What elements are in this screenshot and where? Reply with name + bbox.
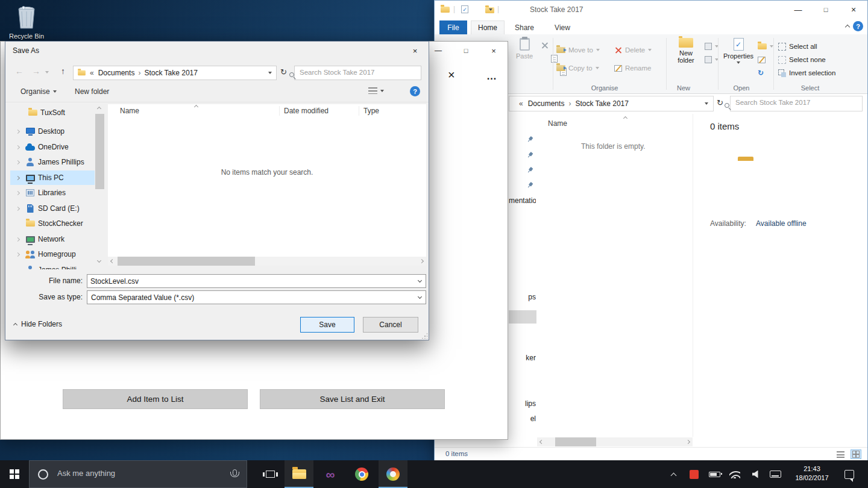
- column-header-name[interactable]: Name: [120, 107, 139, 115]
- save-as-type-combo[interactable]: Comma Separated Value (*.csv): [87, 290, 426, 304]
- save-button[interactable]: Save: [300, 317, 354, 333]
- column-separator[interactable]: [359, 106, 359, 116]
- cancel-button[interactable]: Cancel: [363, 317, 418, 333]
- column-header-type[interactable]: Type: [363, 107, 379, 115]
- rename-button[interactable]: Rename: [614, 62, 651, 74]
- hide-folders-button[interactable]: Hide Folders: [14, 320, 62, 328]
- sidebar-item-desktop[interactable]: Desktop: [10, 124, 95, 139]
- paste-button[interactable]: Paste: [510, 38, 539, 60]
- battery-button[interactable]: [705, 460, 723, 488]
- up-icon[interactable]: ↑: [61, 66, 65, 76]
- taskbar-chrome[interactable]: [347, 460, 376, 488]
- expander-icon[interactable]: [16, 206, 20, 210]
- properties-button[interactable]: ✓ Properties: [722, 38, 755, 64]
- expander-icon[interactable]: [16, 160, 20, 164]
- address-dropdown-icon[interactable]: [705, 102, 708, 105]
- history-button[interactable]: ↻: [758, 67, 764, 79]
- nav-item-fragment[interactable]: el: [509, 414, 536, 423]
- tray-app-button[interactable]: [686, 460, 702, 488]
- breadcrumb-stock-take-2017[interactable]: Stock Take 2017: [144, 69, 198, 77]
- help-icon[interactable]: ?: [853, 21, 863, 31]
- views-button[interactable]: [368, 87, 384, 94]
- sidebar-item-tuxsoft[interactable]: TuxSoft: [10, 105, 95, 120]
- recent-locations-caret-icon[interactable]: [45, 71, 49, 74]
- expander-icon[interactable]: [16, 145, 20, 149]
- keyboard-button[interactable]: [766, 460, 784, 488]
- microphone-icon[interactable]: [233, 469, 237, 476]
- search-box[interactable]: [730, 96, 863, 111]
- save-list-exit-button[interactable]: Save List and Exit: [260, 389, 445, 409]
- address-bar[interactable]: « Documents › Stock Take 2017: [73, 66, 277, 80]
- thumbnail-view-toggle[interactable]: [851, 449, 861, 459]
- app-more-icon[interactable]: …: [486, 70, 497, 83]
- expander-icon[interactable]: [16, 252, 20, 256]
- sidebar-item-this-pc[interactable]: This PC: [10, 170, 95, 185]
- horizontal-scrollbar[interactable]: [537, 437, 693, 446]
- nav-item-fragment[interactable]: lips: [509, 399, 536, 408]
- combo-dropdown-button[interactable]: [414, 275, 426, 287]
- column-separator[interactable]: [279, 106, 280, 116]
- sidebar-item-james-phillips[interactable]: James Phillips: [10, 155, 95, 169]
- delete-button[interactable]: Delete: [614, 44, 652, 56]
- task-view-button[interactable]: [256, 460, 285, 488]
- breadcrumb-documents[interactable]: Documents: [98, 69, 135, 77]
- open-button[interactable]: [758, 40, 773, 52]
- sidebar-item-clipped[interactable]: James Philli: [10, 263, 95, 269]
- dialog-close-button[interactable]: ×: [401, 42, 429, 60]
- nav-item-selected-highlight[interactable]: [509, 310, 536, 324]
- sidebar-item-onedrive[interactable]: OneDrive: [10, 140, 95, 154]
- scroll-right-icon[interactable]: [420, 259, 424, 263]
- details-view-toggle[interactable]: [835, 449, 846, 459]
- taskbar-browser-app[interactable]: [379, 460, 407, 488]
- breadcrumb-stock-take-2017[interactable]: Stock Take 2017: [575, 99, 629, 108]
- scroll-left-icon[interactable]: [110, 259, 115, 263]
- organise-button[interactable]: Organise: [20, 87, 57, 96]
- tab-home[interactable]: Home: [471, 20, 505, 34]
- horizontal-scrollbar[interactable]: [108, 257, 426, 266]
- nav-item-fragment[interactable]: ker: [509, 354, 536, 362]
- availability-value[interactable]: Available offline: [756, 219, 807, 228]
- file-name-input[interactable]: [90, 276, 404, 286]
- nav-item-fragment[interactable]: ps: [509, 293, 536, 301]
- scroll-up-icon[interactable]: [97, 107, 101, 111]
- select-none-button[interactable]: Select none: [778, 54, 826, 66]
- close-button[interactable]: ×: [840, 1, 867, 19]
- quick-access-toolbar-caret-icon[interactable]: [489, 8, 492, 11]
- taskbar-visual-studio[interactable]: ∞: [316, 460, 345, 488]
- expander-icon[interactable]: [16, 175, 20, 180]
- nav-item-fragment[interactable]: mentatio: [509, 196, 536, 205]
- new-folder-button[interactable]: New folder: [670, 38, 702, 64]
- file-name-combo[interactable]: [87, 274, 426, 288]
- scroll-down-icon[interactable]: [97, 258, 101, 263]
- quick-access-properties-icon[interactable]: ✓: [461, 5, 468, 13]
- forward-icon[interactable]: →: [32, 66, 40, 76]
- sidebar-item-sd-card[interactable]: SD Card (E:): [10, 201, 95, 216]
- cortana-search-box[interactable]: [29, 460, 247, 488]
- back-icon[interactable]: ←: [15, 66, 24, 76]
- invert-selection-button[interactable]: Invert selection: [778, 67, 835, 79]
- address-dropdown-icon[interactable]: [268, 72, 272, 74]
- new-item-button[interactable]: [705, 40, 719, 52]
- sidebar-item-homegroup[interactable]: Homegroup: [10, 247, 95, 261]
- refresh-icon[interactable]: ↻: [717, 98, 723, 107]
- app-close-icon[interactable]: ×: [448, 68, 455, 82]
- start-button[interactable]: [0, 460, 29, 488]
- tab-file[interactable]: File: [439, 20, 467, 34]
- maximize-button[interactable]: □: [812, 1, 840, 19]
- cut-icon[interactable]: [541, 42, 549, 49]
- volume-button[interactable]: [746, 460, 764, 488]
- add-item-button[interactable]: Add Item to List: [63, 389, 248, 409]
- close-button[interactable]: ×: [480, 42, 508, 60]
- column-header-date-modified[interactable]: Date modified: [284, 107, 329, 115]
- scrollbar-thumb[interactable]: [118, 257, 255, 266]
- expander-icon[interactable]: [16, 190, 20, 195]
- help-icon[interactable]: ?: [410, 86, 420, 96]
- search-input[interactable]: [735, 99, 838, 106]
- column-header-name[interactable]: Name: [548, 119, 567, 128]
- recycle-bin[interactable]: Recycle Bin: [7, 4, 46, 40]
- taskbar-file-explorer[interactable]: [285, 460, 313, 488]
- cortana-search-input[interactable]: [57, 469, 208, 478]
- tab-view[interactable]: View: [548, 20, 577, 34]
- easy-access-button[interactable]: [705, 54, 719, 66]
- search-input[interactable]: [300, 69, 402, 76]
